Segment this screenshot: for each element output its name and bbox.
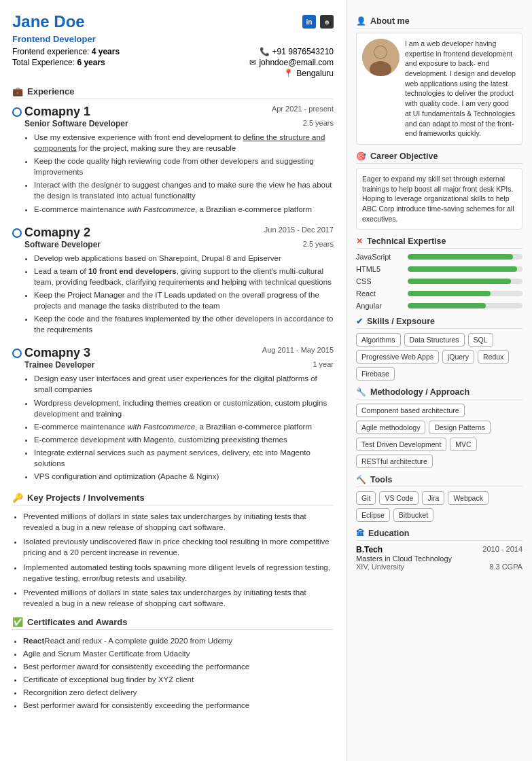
skills-exposure-header: ✔ Skills / Expsoure: [356, 317, 522, 329]
tag-design-patterns: Design Patterns: [429, 421, 491, 434]
list-item: Implemented automated testing tools spaw…: [23, 562, 334, 584]
tag-pwa: Progressive Web Apps: [356, 350, 439, 364]
skill-bar-bg: [408, 254, 522, 260]
company-3-duration: 1 year: [313, 360, 334, 370]
location-icon: 📍: [283, 69, 294, 78]
bullet: E-commerce development with Magento, cus…: [34, 434, 334, 445]
skill-row-css: CSS: [356, 277, 522, 285]
edu-year: 2010 - 2014: [482, 545, 522, 554]
email-icon: ✉: [249, 58, 256, 67]
email: ✉ johndoe@email.com: [249, 58, 334, 67]
frontend-experience: Frontend experience: 4 years: [12, 47, 120, 56]
company-1-role: Senior Software Developer: [24, 119, 128, 128]
about-me-box: I am a web developer having expertise in…: [356, 33, 522, 145]
bullet: Use my extensive experience with front e…: [34, 132, 334, 154]
key-projects-icon: 🔑: [12, 493, 23, 503]
skill-row-javascript: JavaScript: [356, 253, 522, 261]
key-projects-section-header: 🔑 Key Projects / Involvements: [12, 493, 334, 506]
certificates-icon: ✅: [12, 617, 23, 627]
list-item: Prevented millions of dollars in state s…: [23, 511, 334, 533]
bullet: Integrate external services such as paym…: [34, 447, 334, 469]
tag-algorithms: Algorithms: [356, 333, 401, 347]
career-objective-header: 🎯 Career Objective: [356, 152, 522, 164]
company-2-bullets: Develop web applications based on Sharep…: [24, 253, 334, 336]
tag-firebase: Firebase: [356, 367, 395, 380]
bullet: VPS configuration and optimization (Apac…: [34, 471, 334, 482]
skill-bar-bg: [408, 266, 522, 272]
list-item: Certificate of exceptional bug finder by…: [23, 674, 334, 685]
avatar: [362, 39, 400, 76]
tag-vscode: VS Code: [379, 491, 419, 505]
total-experience: Total Experience: 6 years: [12, 58, 105, 67]
bullet: E-commerce maintenance with Fastcommerce…: [34, 204, 334, 215]
skill-bar-bg: [408, 279, 522, 284]
education-icon: 🏛: [356, 529, 364, 538]
skill-row-react: React: [356, 289, 522, 298]
phone-icon: 📞: [260, 47, 270, 56]
company-1-name: Comapny 1: [24, 105, 90, 119]
list-item: Prevented millions of dollars in state s…: [23, 587, 334, 609]
company-2-role: Software Developer: [24, 240, 101, 249]
list-item: Best performer award for consistently ex…: [23, 661, 334, 672]
tag-agile: Agile methodology: [356, 421, 425, 434]
about-me-text: I am a web developer having expertise in…: [405, 39, 516, 139]
technical-expertise-icon: ✕: [356, 236, 363, 246]
certificates-content: ReactReact and redux - A complete guide …: [12, 635, 334, 711]
about-me-icon: 👤: [356, 16, 366, 26]
bullet: Keep the code and the features implement…: [34, 313, 334, 335]
company-3-name: Comapny 3: [24, 346, 90, 360]
technical-expertise-header: ✕ Technical Expertise: [356, 236, 522, 249]
tag-redux: Redux: [478, 350, 509, 364]
tools-tags: Git VS Code Jira Webpack Eclipse Bitbuck…: [356, 491, 522, 522]
key-projects-content: Prevented millions of dollars in state s…: [12, 511, 334, 609]
tag-restful: RESTful architecture: [356, 455, 433, 468]
tag-jira: Jira: [422, 491, 444, 505]
company-3-date: Aug 2011 - May 2015: [262, 346, 334, 354]
tag-data-structures: Data Structures: [404, 333, 465, 347]
skill-bar-bg: [408, 291, 522, 296]
methodology-icon: 🔧: [356, 387, 366, 397]
list-item: Recorgnition zero defect delivery: [23, 687, 334, 698]
bullet: Design easy user interfaces and great us…: [34, 373, 334, 395]
company-3-role: Trainee Developer: [24, 360, 94, 370]
certificates-section-header: ✅ Certificates and Awards: [12, 617, 334, 630]
list-item: ReactReact and redux - A complete guide …: [23, 635, 334, 646]
tools-header: 🔨 Tools: [356, 475, 522, 487]
company-2-date: Jun 2015 - Dec 2017: [264, 226, 334, 234]
skill-bar-fill: [408, 266, 517, 272]
education-entry-1: B.Tech 2010 - 2014 Masters in Cloud Tech…: [356, 545, 522, 571]
job-title: Frontend Developer: [12, 34, 334, 44]
candidate-name: Jane Doe: [12, 12, 85, 31]
linkedin-icon[interactable]: in: [302, 15, 316, 29]
bullet: Lead a team of 10 front end developers, …: [34, 266, 334, 287]
skill-bar-fill: [408, 279, 511, 284]
skills-tags: Algorithms Data Structures SQL Progressi…: [356, 333, 522, 380]
bullet: E-commerce maintenance with Fastcommerce…: [34, 421, 334, 432]
list-item: Agile and Scrum Master Certificate from …: [23, 648, 334, 659]
experience-section-header: 💼 Experience: [12, 86, 334, 99]
skill-bar-bg: [408, 303, 522, 308]
company-3-bullets: Design easy user interfaces and great us…: [24, 373, 334, 482]
tag-bitbucket: Bitbucket: [393, 508, 433, 522]
bullet: Interact with the designer to suggest ch…: [34, 179, 334, 201]
experience-entry-2: Comapny 2 Jun 2015 - Dec 2017 Software D…: [12, 226, 334, 336]
github-icon[interactable]: ⌾: [320, 15, 334, 29]
tag-jquery: jQuery: [442, 350, 474, 364]
edu-cgpa: 8.3 CGPA: [489, 563, 522, 571]
tag-component-arch: Component based architecture: [356, 404, 465, 417]
tag-git: Git: [356, 491, 376, 505]
phone: 📞 +91 9876543210: [260, 47, 334, 56]
skill-bar-fill: [408, 291, 491, 296]
technical-expertise-skills: JavaScript HTML5 CSS React: [356, 253, 522, 310]
location: 📍 Bengaluru: [283, 69, 334, 78]
edu-degree: B.Tech: [356, 545, 383, 554]
methodology-header: 🔧 Methodology / Approach: [356, 387, 522, 400]
experience-icon: 💼: [12, 86, 23, 96]
skill-row-html5: HTML5: [356, 265, 522, 273]
tag-tdd: Test Driven Development: [356, 438, 446, 451]
edu-field: Masters in Cloud Technology: [356, 554, 522, 563]
tag-webpack: Webpack: [448, 491, 489, 505]
experience-entry-1: Comapny 1 Apr 2021 - present Senior Soft…: [12, 105, 334, 215]
skill-row-angular: Angular: [356, 302, 522, 310]
tools-icon: 🔨: [356, 475, 366, 484]
